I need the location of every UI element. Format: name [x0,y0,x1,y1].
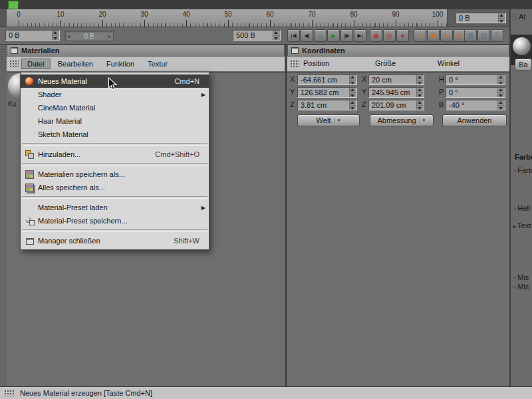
attr-item-text[interactable]: ▸Text [513,221,531,229]
previous-key-button[interactable]: ◀| [301,29,313,42]
position-z-stepper[interactable] [349,100,356,110]
toggle-buttons: +▣↻⊙ [414,29,467,42]
angle-h-field[interactable]: 0 ° [446,74,505,85]
menu-item-label: Neues Material [38,77,87,85]
record-keyframe-button[interactable]: ◉ [370,29,382,42]
frame-scrubber[interactable]: ◂ 0 B ▸ [65,31,114,41]
previous-frame-button[interactable]: ◁ [314,29,327,42]
size-z-value: 201.09 cm [372,101,416,109]
attribute-grip[interactable] [512,13,517,20]
current-frame-value: 0 B [9,31,52,39]
dimension-dropdown[interactable]: Abmessung ▼ [370,114,434,126]
menu-separator [22,163,207,166]
load-icon [25,150,35,159]
menu-item-cineman-material[interactable]: CineMan Material [21,101,209,114]
apply-button[interactable]: Anwenden [442,114,507,126]
menu-item-materialien-speichern-als[interactable]: Materialien speichern als... [21,168,209,181]
size-z-field[interactable]: 201.09 cm [368,100,424,110]
scrub-right-icon[interactable]: ▸ [108,33,111,39]
attr-item-mis-1[interactable]: ○Mis [513,273,529,281]
timeline-end-block: 0 B [447,9,510,27]
menu-item-sketch-material[interactable]: Sketch Material [21,128,209,141]
angle-p-field[interactable]: 0 ° [446,87,505,98]
menu-textur[interactable]: Textur [142,59,174,69]
timeline-max-stepper[interactable] [498,13,505,23]
current-frame-stepper[interactable] [52,31,59,40]
materials-panel-header[interactable]: Materialien [7,45,285,57]
menu-item-material-preset-speichern[interactable]: Material-Preset speichern... [21,214,209,227]
timeline-max-field[interactable]: 0 B [456,13,506,23]
ruler-tick-40: 40 [182,11,190,18]
ruler-tick-60: 60 [266,11,273,18]
menu-bearbeiten[interactable]: Bearbeiten [52,59,99,69]
current-frame-field[interactable]: 0 B [5,30,60,41]
timeline-playhead[interactable] [8,1,19,9]
size-x-field[interactable]: 20 cm [368,74,424,85]
angle-h-stepper[interactable] [497,75,505,84]
menu-funktion[interactable]: Funktion [100,59,140,69]
coordinate-system-dropdown[interactable]: Welt ▼ [297,114,360,126]
position-z-value: 3.81 cm [301,101,349,109]
menu-item-hinzuladen[interactable]: Hinzuladen...Cmd+Shift+O [21,148,209,161]
panel-window-icon [11,47,18,54]
panel-splitter[interactable] [285,45,287,386]
position-x-stepper[interactable] [349,75,356,84]
size-z-stepper[interactable] [416,100,424,110]
position-y-stepper[interactable] [349,88,356,97]
play-forwards-button[interactable]: ▶ [327,29,340,42]
scrub-left-icon[interactable]: ◂ [67,33,70,39]
color-section-label[interactable]: Farbe [515,153,532,161]
keyframe-scale-toggle-button[interactable]: ▣ [427,29,440,42]
palette-grip[interactable] [1,45,6,72]
basis-tab-button[interactable]: Ba [515,59,532,70]
coordinates-grip[interactable] [290,60,299,68]
position-x-value: -64.661 cm [301,76,349,84]
grid-toggle-button[interactable]: ▤ [477,29,490,42]
coordinates-panel-header[interactable]: Koordinaten [287,45,509,57]
position-x-field[interactable]: -64.661 cm [297,74,357,85]
menu-item-material-preset-laden[interactable]: Material-Preset laden▶ [21,201,209,214]
record-buttons: ◉◎● [370,29,410,42]
menu-item-haar-material[interactable]: Haar Material [21,114,209,128]
attribute-panel-header[interactable]: At [512,13,525,21]
autokeying-button[interactable]: ◎ [383,29,396,42]
end-frame-stepper[interactable] [273,31,280,40]
timeline-ruler[interactable]: 0102030405060708090100 [7,9,447,27]
menu-item-label: Alles speichern als... [38,184,105,192]
record-settings-button[interactable]: ● [396,29,409,42]
attr-item-mis-2[interactable]: ○Mis [513,283,529,291]
menubar-grip[interactable] [9,60,19,68]
statusbar-grip[interactable] [4,390,15,396]
ruler-tick-90: 90 [392,11,399,18]
go-to-start-button[interactable]: |◀ [287,29,300,42]
snap-toggle-button[interactable]: ▦ [464,29,477,42]
attr-item-farb[interactable]: ○Farb [513,166,532,174]
size-x-stepper[interactable] [416,75,424,84]
timeline-key-track[interactable] [0,0,532,10]
end-frame-field[interactable]: 500 B [233,30,281,41]
next-frame-button[interactable]: |▶ [340,29,353,42]
position-z-field[interactable]: 3.81 cm [297,100,357,110]
materials-panel-title: Materialien [21,47,59,55]
menu-item-manager-schließen[interactable]: Manager schließenShift+W [21,234,209,247]
attr-item-hell[interactable]: ○Hell [513,204,530,212]
keyframe-rotation-toggle-button[interactable]: ↻ [440,29,453,42]
angle-p-stepper[interactable] [497,88,505,97]
expand-arrow-icon: ▸ [513,223,516,229]
size-y-field[interactable]: 245.945 cm [368,87,424,98]
preview-sphere [513,37,531,55]
divider [0,44,509,45]
blank-icon [25,130,35,139]
position-y-field[interactable]: 126.582 cm [297,87,357,98]
quantize-toggle-button[interactable]: ⠿ [491,29,503,42]
angle-b-stepper[interactable] [497,100,505,110]
menu-item-alles-speichern-als[interactable]: Alles speichern als... [21,181,209,194]
channel-dot-icon: ○ [513,168,516,173]
go-to-end-button[interactable]: ▶| [354,29,366,42]
scrub-value: 0 B [84,33,94,40]
menu-datei[interactable]: Datei [21,59,51,69]
size-y-stepper[interactable] [416,88,424,97]
angle-b-field[interactable]: -40 ° [446,100,505,110]
keyframe-position-toggle-button[interactable]: + [414,29,426,42]
size-x-value: 20 cm [372,76,416,84]
